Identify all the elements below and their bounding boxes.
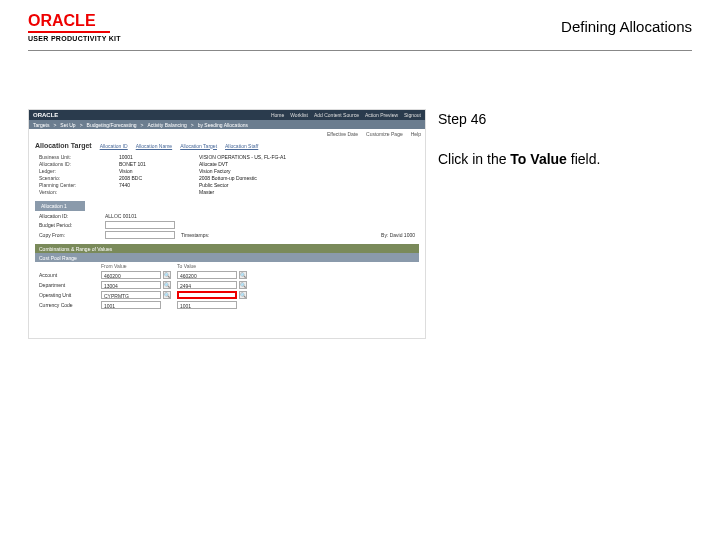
ss-rlbl: Account: [39, 272, 99, 278]
lookup-icon[interactable]: 🔍: [163, 291, 171, 299]
ss-lbl: Ledger:: [39, 168, 109, 174]
opunit-from-input[interactable]: CYPRMTG: [101, 291, 161, 299]
ss-help[interactable]: Help: [411, 131, 421, 137]
ss-status: Timestamps:: [181, 232, 251, 238]
ss-lbl: Business Unit:: [39, 154, 109, 160]
ss-logo: ORACLE: [33, 112, 58, 118]
step-text-suffix: field.: [567, 151, 600, 167]
lookup-icon[interactable]: 🔍: [163, 281, 171, 289]
ss-rlbl: Currency Code: [39, 302, 99, 308]
ss-nav-item[interactable]: Worklist: [290, 112, 308, 118]
ss-bc[interactable]: Activity Balancing: [148, 122, 187, 128]
ss-val: BONET 101: [119, 161, 189, 167]
ss-val: 7440: [119, 182, 189, 188]
ss-title-row: Allocation Target Allocation ID Allocati…: [29, 139, 425, 152]
opunit-to-value-input[interactable]: [177, 291, 237, 299]
ss-meta: Effective Date Customize Page Help: [29, 129, 425, 139]
ss-nav-item[interactable]: Add Content Source: [314, 112, 359, 118]
ss-nav-item[interactable]: Action Preview: [365, 112, 398, 118]
subbrand-text: USER PRODUCTIVITY KIT: [28, 35, 121, 42]
ss-tab[interactable]: Allocation 1: [35, 201, 85, 211]
ss-lbl: Scenario:: [39, 175, 109, 181]
table-row: Currency Code 1001 1001: [35, 300, 419, 310]
ss-nav-item[interactable]: Home: [271, 112, 284, 118]
ss-lbl: Version:: [39, 189, 109, 195]
lookup-icon[interactable]: 🔍: [163, 271, 171, 279]
ss-title-link[interactable]: Allocation ID: [100, 143, 128, 149]
ss-val: 2008 BDC: [119, 175, 189, 181]
ss-table: From Value To Value Account 460200 🔍 460…: [35, 262, 419, 310]
ss-fval: ALLOC 00101: [105, 213, 175, 219]
ss-val: Vision: [119, 168, 189, 174]
oracle-logo: ORACLE: [28, 12, 121, 30]
ss-form: Allocation ID: ALLOC 00101 Budget Period…: [29, 211, 425, 241]
step-label: Step 46: [438, 111, 692, 127]
ss-nav-item[interactable]: Signout: [404, 112, 421, 118]
dept-from-input[interactable]: 13004: [101, 281, 161, 289]
ss-title-link[interactable]: Allocation Target: [180, 143, 217, 149]
ss-custpage[interactable]: Customize Page: [366, 131, 403, 137]
ss-col-from: From Value: [101, 263, 161, 269]
ss-by: By: David 1000: [257, 232, 415, 238]
ss-rlbl: Operating Unit: [39, 292, 99, 298]
ss-val: Public Sector: [199, 182, 415, 188]
ss-rlbl: Department: [39, 282, 99, 288]
app-screenshot: ORACLE Home Worklist Add Content Source …: [28, 109, 426, 339]
currency-to-input[interactable]: 1001: [177, 301, 237, 309]
ss-section-costpool: Cost Pool Range: [35, 253, 419, 262]
ss-col-to: To Value: [177, 263, 237, 269]
currency-from-input[interactable]: 1001: [101, 301, 161, 309]
account-to-input[interactable]: 460200: [177, 271, 237, 279]
ss-flbl: Budget Period:: [39, 222, 99, 228]
ss-lbl: Allocations ID:: [39, 161, 109, 167]
ss-section-combinations: Combinations & Range of Values: [35, 244, 419, 253]
ss-bc[interactable]: Targets: [33, 122, 49, 128]
document-title: Defining Allocations: [561, 18, 692, 35]
dept-to-input[interactable]: 2494: [177, 281, 237, 289]
step-text-bold: To Value: [510, 151, 567, 167]
ss-bc[interactable]: Set Up: [60, 122, 75, 128]
ss-val: Master: [199, 189, 415, 195]
ss-val: Vision Factory: [199, 168, 415, 174]
step-text: Click in the To Value field.: [438, 151, 692, 167]
ss-nav: Home Worklist Add Content Source Action …: [271, 112, 421, 118]
ss-page-title: Allocation Target: [35, 142, 92, 149]
ss-budget-input[interactable]: [105, 221, 175, 229]
brand-text: ORACLE: [28, 12, 96, 30]
ss-details: Business Unit:10001VISION OPERATIONS - U…: [29, 152, 425, 197]
ss-flbl: Allocation ID:: [39, 213, 99, 219]
ss-flbl: Copy From:: [39, 232, 99, 238]
ss-title-link[interactable]: Allocation Staff: [225, 143, 258, 149]
lookup-icon[interactable]: 🔍: [239, 291, 247, 299]
ss-val: Allocate DVT: [199, 161, 415, 167]
ss-effdate: Effective Date: [327, 131, 358, 137]
ss-bc[interactable]: by Seeding Allocations: [198, 122, 248, 128]
brand-underline: [28, 31, 110, 33]
ss-val: 10001: [119, 154, 189, 160]
table-row: Account 460200 🔍 460200 🔍: [35, 270, 419, 280]
instruction-panel: Step 46 Click in the To Value field.: [438, 109, 692, 339]
brand-block: ORACLE USER PRODUCTIVITY KIT: [28, 12, 121, 42]
table-row: Operating Unit CYPRMTG 🔍 🔍: [35, 290, 419, 300]
ss-lbl: Planning Center:: [39, 182, 109, 188]
ss-breadcrumb: Targets> Set Up> Budgeting/Forecasting> …: [29, 120, 425, 129]
lookup-icon[interactable]: 🔍: [239, 271, 247, 279]
table-row: Department 13004 🔍 2494 🔍: [35, 280, 419, 290]
ss-val: VISION OPERATIONS - US, FL-FG-A1: [199, 154, 415, 160]
lookup-icon[interactable]: 🔍: [239, 281, 247, 289]
ss-bc[interactable]: Budgeting/Forecasting: [87, 122, 137, 128]
ss-val: 2008 Bottom-up Domestic: [199, 175, 415, 181]
step-text-prefix: Click in the: [438, 151, 510, 167]
account-from-input[interactable]: 460200: [101, 271, 161, 279]
ss-copy-input[interactable]: [105, 231, 175, 239]
ss-val: [119, 189, 189, 195]
ss-table-header: From Value To Value: [35, 262, 419, 270]
page-header: ORACLE USER PRODUCTIVITY KIT Defining Al…: [0, 0, 720, 46]
content-area: ORACLE Home Worklist Add Content Source …: [0, 51, 720, 339]
ss-title-link[interactable]: Allocation Name: [136, 143, 172, 149]
ss-topbar: ORACLE Home Worklist Add Content Source …: [29, 110, 425, 120]
